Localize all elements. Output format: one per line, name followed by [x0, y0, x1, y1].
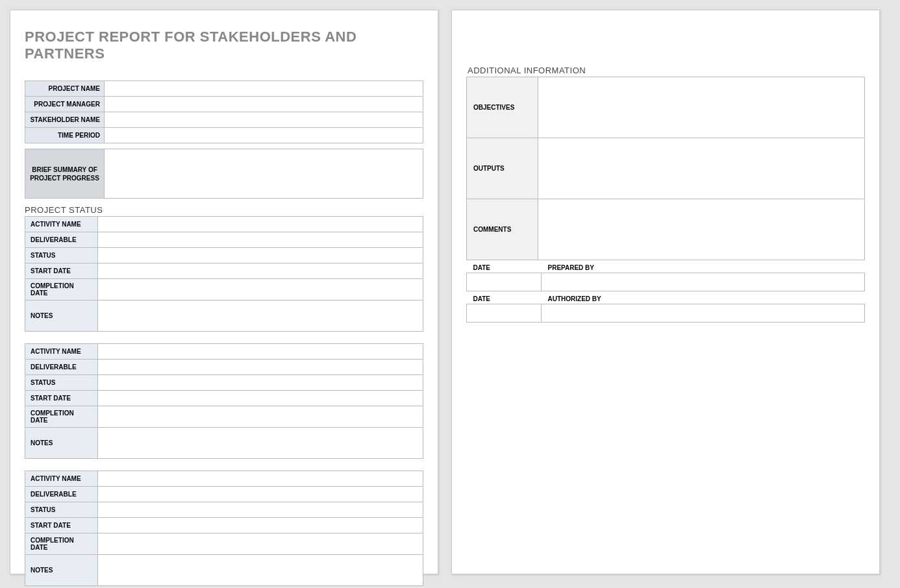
activity-value[interactable] [98, 360, 423, 375]
header-label-time-period: TIME PERIOD [25, 128, 105, 143]
header-table: PROJECT NAME PROJECT MANAGER STAKEHOLDER… [25, 80, 423, 143]
additional-table: OBJECTIVES OUTPUTS COMMENTS [466, 77, 865, 260]
activity-label: COMPLETION DATE [25, 406, 98, 428]
sig-date-value[interactable] [467, 304, 542, 323]
activity-label: STATUS [25, 502, 98, 518]
activity-label: START DATE [25, 518, 98, 533]
header-value-project-name[interactable] [105, 81, 423, 97]
addl-label-outputs: OUTPUTS [467, 138, 538, 199]
activity-value[interactable] [98, 487, 423, 502]
addl-label-comments: COMMENTS [467, 199, 538, 260]
signature-block-2: DATE AUTHORIZED BY [466, 291, 865, 323]
sig-prepared-by-value[interactable] [542, 273, 865, 291]
page-2: ADDITIONAL INFORMATION OBJECTIVES OUTPUT… [451, 10, 880, 574]
project-status-label: PROJECT STATUS [25, 205, 423, 215]
activity-value[interactable] [98, 279, 423, 300]
activity-value[interactable] [98, 217, 423, 232]
activity-value[interactable] [98, 300, 423, 332]
activity-value[interactable] [98, 471, 423, 487]
activity-label: DELIVERABLE [25, 487, 98, 502]
activity-label: DELIVERABLE [25, 360, 98, 375]
header-row: STAKEHOLDER NAME [25, 112, 423, 128]
activity-value[interactable] [98, 428, 423, 459]
document-pages: PROJECT REPORT FOR STAKEHOLDERS AND PART… [10, 10, 890, 574]
sig-prepared-by-header: PREPARED BY [542, 260, 865, 273]
addl-value-objectives[interactable] [538, 77, 865, 138]
summary-label: BRIEF SUMMARY OF PROJECT PROGRESS [25, 149, 105, 199]
activity-label: START DATE [25, 263, 98, 279]
activity-table-1: ACTIVITY NAME DELIVERABLE STATUS START D… [25, 216, 423, 332]
activity-value[interactable] [98, 232, 423, 248]
header-row: PROJECT MANAGER [25, 97, 423, 112]
activity-value[interactable] [98, 518, 423, 533]
sig-date-header: DATE [467, 291, 542, 304]
page-1: PROJECT REPORT FOR STAKEHOLDERS AND PART… [10, 10, 438, 574]
activity-value[interactable] [98, 263, 423, 279]
activity-label: ACTIVITY NAME [25, 471, 98, 487]
activity-value[interactable] [98, 406, 423, 428]
activity-label: START DATE [25, 391, 98, 406]
header-value-project-manager[interactable] [105, 97, 423, 112]
activity-table-2: ACTIVITY NAME DELIVERABLE STATUS START D… [25, 343, 423, 459]
header-row: TIME PERIOD [25, 128, 423, 143]
activity-label: COMPLETION DATE [25, 533, 98, 555]
summary-table: BRIEF SUMMARY OF PROJECT PROGRESS [25, 149, 423, 199]
header-row: PROJECT NAME [25, 81, 423, 97]
activity-label: COMPLETION DATE [25, 279, 98, 300]
activity-value[interactable] [98, 248, 423, 263]
page-title: PROJECT REPORT FOR STAKEHOLDERS AND PART… [25, 29, 423, 62]
addl-label-objectives: OBJECTIVES [467, 77, 538, 138]
addl-value-outputs[interactable] [538, 138, 865, 199]
header-value-time-period[interactable] [105, 128, 423, 143]
activity-value[interactable] [98, 502, 423, 518]
activity-label: DELIVERABLE [25, 232, 98, 248]
header-label-stakeholder-name: STAKEHOLDER NAME [25, 112, 105, 128]
header-value-stakeholder-name[interactable] [105, 112, 423, 128]
signature-block-1: DATE PREPARED BY [466, 260, 865, 291]
sig-authorized-by-value[interactable] [542, 304, 865, 323]
sig-date-value[interactable] [467, 273, 542, 291]
activity-value[interactable] [98, 391, 423, 406]
sig-date-header: DATE [467, 260, 542, 273]
activity-label: ACTIVITY NAME [25, 217, 98, 232]
activity-value[interactable] [98, 375, 423, 391]
activity-label: NOTES [25, 555, 98, 586]
activity-label: ACTIVITY NAME [25, 344, 98, 360]
activity-label: NOTES [25, 428, 98, 459]
activity-label: STATUS [25, 375, 98, 391]
activity-value[interactable] [98, 344, 423, 360]
activity-table-3: ACTIVITY NAME DELIVERABLE STATUS START D… [25, 471, 423, 586]
activity-value[interactable] [98, 555, 423, 586]
sig-authorized-by-header: AUTHORIZED BY [542, 291, 865, 304]
activity-label: NOTES [25, 300, 98, 332]
additional-info-label: ADDITIONAL INFORMATION [466, 66, 865, 75]
header-label-project-name: PROJECT NAME [25, 81, 105, 97]
summary-value[interactable] [105, 149, 423, 199]
activity-label: STATUS [25, 248, 98, 263]
activity-value[interactable] [98, 533, 423, 555]
addl-value-comments[interactable] [538, 199, 865, 260]
header-label-project-manager: PROJECT MANAGER [25, 97, 105, 112]
